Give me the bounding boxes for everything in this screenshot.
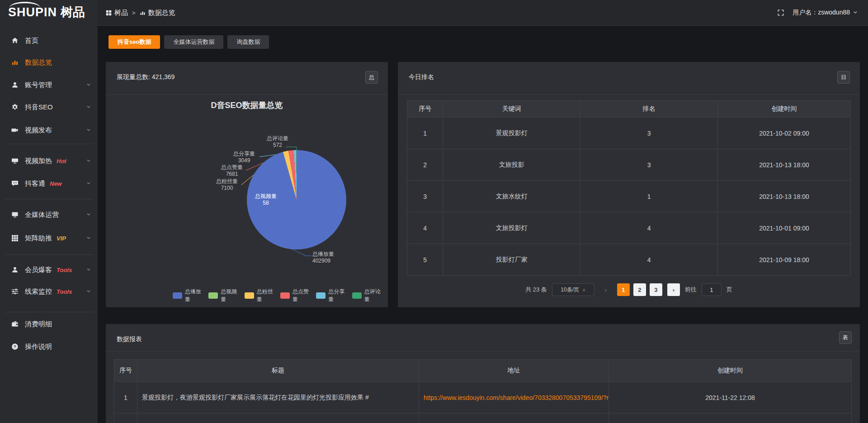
grid-icon — [11, 234, 19, 242]
chevron-down-icon: ∨ — [582, 287, 585, 292]
legend-item-3[interactable]: 总点赞量 — [280, 288, 311, 303]
legend-label: 总视频量 — [221, 288, 239, 303]
table-cell: 3 — [580, 118, 717, 149]
page-button-1[interactable]: 1 — [617, 283, 630, 296]
sidebar-item-douketong[interactable]: 抖客通New — [0, 176, 98, 191]
chevron-down-icon — [86, 235, 91, 241]
pagination-total: 共 23 条 — [525, 286, 547, 294]
table-row: 4文旅投影灯42021-10-01 09:00 — [407, 212, 850, 244]
report-panel-title: 数据报表 — [117, 335, 142, 343]
table-cell — [114, 414, 137, 423]
goto-suffix: 页 — [726, 286, 732, 294]
sidebar-item-operation-guide[interactable]: ?操作说明 — [0, 339, 98, 354]
table-header-row: 序号关键词排名创建时间 — [407, 101, 850, 117]
username-dropdown[interactable]: 用户名：zswodun88 — [793, 9, 858, 17]
sidebar-item-badge: Tools — [57, 267, 72, 273]
breadcrumb-current[interactable]: 数据总览 — [140, 9, 175, 17]
sidebar-item-member-baoke[interactable]: 会员爆客Tools — [0, 262, 98, 277]
video-icon — [11, 126, 19, 134]
wallet-icon — [11, 320, 19, 328]
table-row: 3文旅水纹灯12021-10-13 18:00 — [407, 180, 850, 212]
sidebar-item-badge: VIP — [57, 235, 66, 242]
column-header: 序号 — [114, 360, 137, 381]
data-tabs: 抖音seo数据全媒体运营数据询盘数据 — [108, 35, 269, 49]
bar-chart-icon — [140, 10, 146, 16]
table-row-partial — [114, 413, 851, 423]
sidebar-item-matrix-boost[interactable]: 矩阵助推VIP — [0, 230, 98, 246]
chart-icon — [11, 58, 19, 66]
sidebar-item-consume-detail[interactable]: 消费明细 — [0, 316, 98, 332]
chat-icon — [11, 179, 19, 188]
sidebar-item-douyin-seo[interactable]: 抖音SEO — [0, 99, 98, 115]
legend-item-5[interactable]: 总评论量 — [352, 288, 382, 303]
legend-item-2[interactable]: 总粉丝量 — [245, 288, 275, 303]
sidebar-item-label: 矩阵助推 — [25, 234, 52, 243]
chevron-down-icon — [86, 181, 91, 186]
chevron-down-icon — [853, 10, 858, 15]
sliders-icon — [11, 287, 19, 296]
sidebar-item-label: 抖音SEO — [25, 103, 53, 112]
rank-table: 序号关键词排名创建时间1景观投影灯32021-10-02 09:002文旅投影3… — [407, 100, 851, 276]
pie-label-plays: 总播放量402909 — [312, 251, 353, 264]
page-button-2[interactable]: 2 — [633, 283, 646, 296]
overview-badge-button[interactable]: 总 — [365, 71, 378, 84]
pie-leader-lines — [106, 62, 388, 307]
report-badge-button[interactable]: 表 — [839, 331, 852, 344]
pagination: 共 23 条 10条/页 ∨ ‹ 123 › 前往 1 页 — [398, 283, 860, 296]
sidebar-item-clue-monitor[interactable]: 线索监控Tools — [0, 284, 98, 299]
table-row: 1景观投影灯32021-10-02 09:00 — [407, 117, 850, 149]
logo-latin: SHUPIN — [8, 5, 57, 19]
divider — [398, 94, 860, 95]
prev-page-button[interactable]: ‹ — [599, 283, 612, 296]
sidebar-item-video-publish[interactable]: 视频发布 — [0, 122, 98, 138]
app-logo[interactable]: SHUPIN 树品 — [8, 5, 85, 19]
sidebar-item-badge: New — [50, 180, 62, 187]
table-row: 5投影灯厂家42021-10-09 18:00 — [407, 244, 850, 275]
monitor-icon — [11, 211, 19, 219]
sidebar-item-label: 视频发布 — [25, 126, 52, 135]
legend-swatch — [245, 292, 254, 299]
rank-panel-title: 今日排名 — [409, 73, 434, 81]
next-page-button[interactable]: › — [667, 283, 680, 296]
sidebar-divider — [5, 144, 93, 144]
table-cell: 1 — [114, 382, 137, 413]
sidebar-item-media-operation[interactable]: 全媒体运营 — [0, 207, 98, 222]
report-panel: 数据报表 表 序号标题地址创建时间1景观投影灯，夜游景观投影灯厂家展示展示落花灯… — [106, 324, 860, 423]
column-header: 关键词 — [443, 101, 580, 117]
column-header: 地址 — [419, 360, 609, 381]
sidebar-item-label: 会员爆客 — [25, 266, 52, 274]
svg-text:?: ? — [14, 344, 16, 349]
sidebar-item-account-manage[interactable]: 账号管理 — [0, 77, 98, 93]
pie-label-shares: 总分享量3049 — [226, 150, 262, 164]
tab-douyin-seo-data[interactable]: 抖音seo数据 — [108, 35, 160, 49]
column-header: 排名 — [580, 101, 717, 117]
table-cell: 投影灯厂家 — [443, 244, 580, 275]
legend-item-4[interactable]: 总分享量 — [316, 288, 346, 303]
page-button-3[interactable]: 3 — [650, 283, 662, 296]
rank-badge-button[interactable]: 日 — [837, 71, 850, 84]
breadcrumb-root[interactable]: 树品 — [106, 9, 128, 17]
legend-item-0[interactable]: 总播放量 — [173, 288, 203, 303]
table-cell: 景观投影灯 — [443, 118, 580, 149]
legend-swatch — [280, 292, 290, 299]
report-url-link[interactable]: https://www.iesdouyin.com/share/video/70… — [419, 382, 609, 413]
sidebar-item-video-heating[interactable]: 视频加热Hot — [0, 153, 98, 169]
chevron-down-icon — [86, 104, 91, 110]
pie-chart-title: D音SEO数据量总览 — [106, 100, 388, 111]
tab-media-operation-data[interactable]: 全媒体运营数据 — [164, 35, 223, 49]
gear-icon — [11, 103, 19, 111]
table-cell: 3 — [407, 181, 443, 212]
sidebar-item-label: 首页 — [25, 37, 38, 45]
table-cell: 文旅投影灯 — [443, 212, 580, 244]
table-cell — [137, 414, 419, 423]
sidebar-item-home[interactable]: 首页 — [0, 33, 98, 48]
fullscreen-icon[interactable] — [777, 9, 784, 16]
sidebar-item-data-overview[interactable]: 数据总览 — [0, 55, 98, 70]
legend-item-1[interactable]: 总视频量 — [208, 288, 239, 303]
goto-page-input[interactable]: 1 — [702, 283, 722, 296]
page-size-select[interactable]: 10条/页 ∨ — [552, 283, 594, 296]
legend-label: 总分享量 — [328, 288, 346, 303]
sidebar: SHUPIN 树品 首页数据总览账号管理抖音SEO视频发布视频加热Hot抖客通N… — [0, 0, 98, 423]
tab-inquiry-data[interactable]: 询盘数据 — [227, 35, 269, 49]
user-icon — [11, 81, 19, 89]
